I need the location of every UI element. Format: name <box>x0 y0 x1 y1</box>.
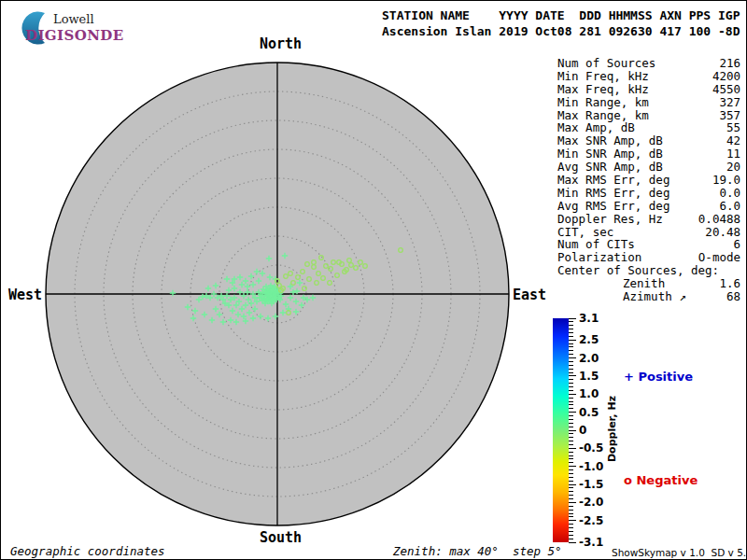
stat-row: Avg RMS Err, deg6.0 <box>557 200 740 213</box>
colorbar-minor-tick <box>569 325 573 326</box>
colorbar-minor-tick <box>569 419 573 420</box>
colorbar-minor-tick <box>569 527 573 528</box>
colorbar-minor-tick <box>569 372 573 373</box>
legend-positive: + Positive <box>624 370 693 384</box>
colorbar-major-tick <box>569 484 576 485</box>
colorbar-tick-label: -2.0 <box>579 496 603 509</box>
stat-row: PolarizationO-mode <box>557 251 740 264</box>
compass-west-label: West <box>8 287 42 303</box>
stat-row: Num of CITs6 <box>557 238 740 251</box>
stat-row: Avg SNR Amp, dB20 <box>557 161 740 174</box>
colorbar-major-tick <box>569 430 576 431</box>
colorbar-major-tick <box>569 357 576 358</box>
colorbar-minor-tick <box>569 531 573 532</box>
colorbar-tick-label: -1.5 <box>579 478 603 491</box>
stat-row: Azimuth ↗68 <box>557 290 740 303</box>
stat-row: Min Range, km327 <box>557 96 740 109</box>
colorbar-minor-tick <box>569 390 573 391</box>
colorbar-minor-tick <box>569 361 573 362</box>
colorbar-minor-tick <box>569 386 573 387</box>
colorbar-minor-tick <box>569 401 573 402</box>
doppler-colorbar <box>553 318 569 542</box>
colorbar-minor-tick <box>569 510 573 511</box>
colorbar-minor-tick <box>569 321 573 322</box>
colorbar-minor-tick <box>569 495 573 496</box>
skymap-window: Lowell DIGISONDE STATION NAME YYYY DATE … <box>0 0 747 560</box>
colorbar-major-tick <box>569 502 576 503</box>
stat-row: Zenith1.6 <box>557 277 740 290</box>
colorbar-minor-tick <box>569 441 573 441</box>
colorbar-minor-tick <box>569 427 573 427</box>
colorbar-minor-tick <box>569 462 573 463</box>
colorbar-tick-label: 2.0 <box>579 352 599 365</box>
colorbar-minor-tick <box>569 539 573 539</box>
colorbar-tick-label: -0.5 <box>579 441 603 455</box>
footer-zenith-scale: Zenith: max 40° step 5° <box>393 544 562 560</box>
colorbar-minor-tick <box>569 469 573 470</box>
colorbar-major-tick <box>569 375 576 376</box>
stat-row: Min RMS Err, deg0.0 <box>557 187 740 200</box>
colorbar-tick-label: -2.5 <box>579 514 603 527</box>
colorbar-tick-label: -3.1 <box>579 536 603 549</box>
colorbar-major-tick <box>569 542 576 543</box>
colorbar-minor-tick <box>569 415 573 416</box>
colorbar-minor-tick <box>569 369 573 370</box>
colorbar-minor-tick <box>569 506 573 507</box>
colorbar-minor-tick <box>569 437 573 438</box>
stat-row: Max Range, km357 <box>557 109 740 122</box>
colorbar-major-tick <box>569 318 576 319</box>
compass-south-label: South <box>260 529 302 546</box>
colorbar-major-tick <box>569 340 576 341</box>
colorbar-tick-label: 0 <box>579 424 586 437</box>
colorbar-minor-tick <box>569 433 573 434</box>
colorbar-minor-tick <box>569 383 573 384</box>
colorbar-minor-tick <box>569 473 573 474</box>
colorbar-major-tick <box>569 448 576 449</box>
colorbar-minor-tick <box>569 513 573 514</box>
colorbar-minor-tick <box>569 491 573 492</box>
stats-panel: Num of Sources216Min Freq, kHz4200Max Fr… <box>557 57 740 303</box>
colorbar-tick-label: 1.5 <box>579 370 599 383</box>
colorbar-tick-label: -1.0 <box>579 460 603 473</box>
colorbar-tick-label: 0.5 <box>579 406 599 419</box>
stat-row: Max SNR Amp, dB42 <box>557 134 740 147</box>
colorbar-minor-tick <box>569 346 573 347</box>
colorbar-major-tick <box>569 466 576 467</box>
colorbar-minor-tick <box>569 481 573 482</box>
colorbar-minor-tick <box>569 477 573 478</box>
compass-east-label: East <box>513 287 546 303</box>
compass-north-label: North <box>260 35 302 52</box>
colorbar-axis-label: Doppler, Hz <box>606 390 618 469</box>
colorbar-minor-tick <box>569 458 573 459</box>
colorbar-minor-tick <box>569 332 573 333</box>
stat-row: Center of Sources, deg: <box>557 264 740 277</box>
colorbar-minor-tick <box>569 379 573 380</box>
colorbar-minor-tick <box>569 444 573 445</box>
footer-coordinate-system: Geographic coordinates <box>10 544 165 560</box>
stat-row: Min SNR Amp, dB11 <box>557 147 740 161</box>
colorbar-tick-label: 1.0 <box>579 387 599 400</box>
colorbar-minor-tick <box>569 350 573 351</box>
colorbar-minor-tick <box>569 452 573 453</box>
colorbar-minor-tick <box>569 343 573 344</box>
colorbar-minor-tick <box>569 404 573 405</box>
colorbar-minor-tick <box>569 455 573 456</box>
legend-negative: o Negative <box>624 473 698 487</box>
stat-row: Doppler Res, Hz0.0488 <box>557 213 740 226</box>
footer-version: ShowSkymap v 1.0 SD v 5.1 <box>612 547 747 560</box>
colorbar-minor-tick <box>569 408 573 409</box>
colorbar-minor-tick <box>569 365 573 366</box>
stat-row: Min Freq, kHz4200 <box>557 70 740 83</box>
stat-row: Max Amp, dB55 <box>557 121 740 134</box>
colorbar-minor-tick <box>569 535 573 536</box>
colorbar-tick-label: 3.1 <box>579 312 599 325</box>
colorbar-minor-tick <box>569 329 573 329</box>
colorbar-minor-tick <box>569 498 573 499</box>
stat-row: Max Freq, kHz4550 <box>557 83 740 96</box>
colorbar-tick-label: 2.5 <box>579 333 599 346</box>
colorbar-minor-tick <box>569 336 573 337</box>
colorbar-minor-tick <box>569 423 573 424</box>
colorbar-minor-tick <box>569 487 573 488</box>
colorbar-minor-tick <box>569 524 573 525</box>
colorbar-major-tick <box>569 412 576 413</box>
